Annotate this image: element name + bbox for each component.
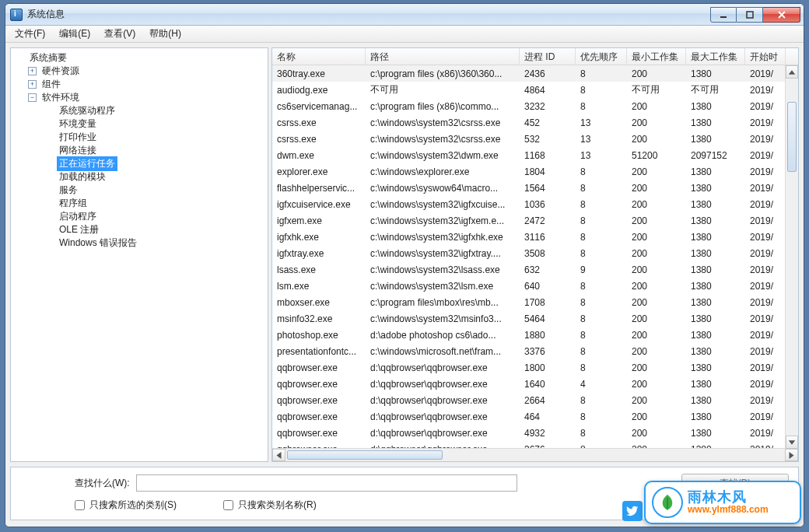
- tree-netconn[interactable]: 网络连接: [11, 144, 268, 157]
- tree-printjobs[interactable]: 打印作业: [11, 131, 268, 144]
- table-row[interactable]: audiodg.exe不可用48648不可用不可用2019/: [272, 82, 798, 98]
- table-cell: 8: [576, 362, 627, 373]
- client-area: 系统摘要 +硬件资源 +组件 −软件环境 系统驱动程序 环境变量 打印作业 网络…: [5, 43, 804, 527]
- tree-loaded-modules[interactable]: 加载的模块: [11, 170, 268, 184]
- table-cell: qqbrowser.exe: [272, 379, 366, 390]
- table-cell: 1380: [686, 264, 745, 275]
- horizontal-scrollbar[interactable]: [272, 448, 798, 461]
- collapse-icon[interactable]: −: [28, 93, 37, 102]
- table-cell: 2097152: [686, 150, 745, 161]
- table-row[interactable]: lsass.exec:\windows\system32\lsass.exe63…: [272, 261, 798, 278]
- tree-drivers[interactable]: 系统驱动程序: [11, 104, 268, 117]
- scroll-left-icon[interactable]: [272, 449, 285, 461]
- table-cell: 1380: [686, 248, 745, 259]
- table-cell: qqbrowser.exe: [272, 444, 366, 449]
- table-cell: 2019/: [745, 281, 786, 292]
- table-cell: 632: [520, 264, 576, 275]
- table-row[interactable]: igfxem.exec:\windows\system32\igfxem.e..…: [272, 212, 798, 229]
- table-cell: 2019/: [745, 199, 786, 210]
- table-row[interactable]: qqbrowser.exed:\qqbrowser\qqbrowser.exe3…: [272, 441, 798, 448]
- table-row[interactable]: photoshop.exed:\adobe photoshop cs6\ado.…: [272, 327, 798, 343]
- tree-software[interactable]: −软件环境: [11, 91, 268, 104]
- scroll-up-icon[interactable]: [786, 65, 798, 79]
- maximize-button[interactable]: [737, 7, 763, 23]
- table-row[interactable]: cs6servicemanag...c:\program files (x86)…: [272, 98, 798, 114]
- table-cell: 1380: [686, 281, 745, 292]
- table-row[interactable]: msinfo32.exec:\windows\system32\msinfo3.…: [272, 310, 798, 327]
- table-row[interactable]: dwm.exec:\windows\system32\dwm.exe116813…: [272, 147, 798, 163]
- search-input[interactable]: [136, 474, 517, 492]
- table-row[interactable]: flashhelperservic...c:\windows\syswow64\…: [272, 180, 798, 196]
- search-category-names-checkbox[interactable]: 只搜索类别名称(R): [223, 499, 317, 512]
- tree-envvars[interactable]: 环境变量: [11, 117, 268, 131]
- table-row[interactable]: igfxhk.exec:\windows\system32\igfxhk.exe…: [272, 229, 798, 245]
- tree-services[interactable]: 服务: [11, 184, 268, 197]
- col-maxws[interactable]: 最大工作集: [686, 48, 745, 65]
- table-row[interactable]: qqbrowser.exed:\qqbrowser\qqbrowser.exe1…: [272, 376, 798, 392]
- table-row[interactable]: csrss.exec:\windows\system32\csrss.exe53…: [272, 131, 798, 147]
- table-row[interactable]: mboxser.exec:\program files\mbox\res\mb.…: [272, 294, 798, 310]
- table-cell: 51200: [627, 150, 686, 161]
- expand-icon[interactable]: +: [28, 67, 37, 75]
- table-cell: c:\windows\system32\igfxtray....: [366, 248, 520, 259]
- tree-startup[interactable]: 启动程序: [11, 210, 268, 223]
- table-cell: qqbrowser.exe: [272, 411, 366, 422]
- col-path[interactable]: 路径: [366, 48, 520, 65]
- table-row[interactable]: explorer.exec:\windows\explorer.exe18048…: [272, 163, 798, 180]
- col-pid[interactable]: 进程 ID: [520, 48, 576, 65]
- table-row[interactable]: igfxcuiservice.exec:\windows\system32\ig…: [272, 196, 798, 212]
- col-priority[interactable]: 优先顺序: [576, 48, 627, 65]
- tree-ole[interactable]: OLE 注册: [11, 223, 268, 236]
- menu-edit[interactable]: 编辑(E): [53, 26, 96, 42]
- app-window: 系统信息 文件(F) 编辑(E) 查看(V) 帮助(H) 系统摘要 +硬件资源 …: [5, 3, 804, 527]
- tree-werr[interactable]: Windows 错误报告: [11, 236, 268, 250]
- search-only-selected-checkbox[interactable]: 只搜索所选的类别(S): [75, 499, 177, 512]
- list-body[interactable]: 360tray.exec:\program files (x86)\360\36…: [272, 65, 798, 448]
- table-cell: d:\qqbrowser\qqbrowser.exe: [366, 411, 520, 422]
- app-icon: [10, 9, 23, 21]
- table-cell: qqbrowser.exe: [272, 362, 366, 373]
- table-cell: c:\windows\system32\lsm.exe: [366, 281, 520, 292]
- tree-running-tasks[interactable]: 正在运行任务: [11, 157, 268, 170]
- expand-icon[interactable]: +: [28, 80, 37, 89]
- menu-view[interactable]: 查看(V): [98, 26, 142, 42]
- table-cell: 2436: [520, 68, 576, 79]
- table-row[interactable]: qqbrowser.exed:\qqbrowser\qqbrowser.exe4…: [272, 408, 798, 425]
- table-cell: 3116: [520, 232, 576, 243]
- minimize-button[interactable]: [710, 7, 737, 23]
- tree-pane[interactable]: 系统摘要 +硬件资源 +组件 −软件环境 系统驱动程序 环境变量 打印作业 网络…: [10, 47, 268, 462]
- table-row[interactable]: presentationfontc...c:\windows\microsoft…: [272, 343, 798, 359]
- close-button[interactable]: [763, 7, 800, 23]
- tree-root[interactable]: 系统摘要: [11, 51, 268, 65]
- table-cell: 13: [576, 117, 627, 128]
- scroll-thumb[interactable]: [787, 102, 797, 172]
- table-cell: 2019/: [745, 134, 786, 145]
- table-row[interactable]: csrss.exec:\windows\system32\csrss.exe45…: [272, 114, 798, 131]
- table-row[interactable]: qqbrowser.exed:\qqbrowser\qqbrowser.exe4…: [272, 425, 798, 441]
- table-row[interactable]: qqbrowser.exed:\qqbrowser\qqbrowser.exe1…: [272, 359, 798, 376]
- scroll-thumb-h[interactable]: [287, 450, 443, 460]
- table-cell: 2019/: [745, 68, 786, 79]
- scroll-right-icon[interactable]: [785, 449, 798, 461]
- vertical-scrollbar[interactable]: [785, 65, 798, 449]
- table-row[interactable]: lsm.exec:\windows\system32\lsm.exe640820…: [272, 278, 798, 294]
- menu-help[interactable]: 帮助(H): [143, 26, 187, 42]
- table-cell: 13: [576, 150, 627, 161]
- table-row[interactable]: qqbrowser.exed:\qqbrowser\qqbrowser.exe2…: [272, 392, 798, 408]
- table-cell: 200: [627, 297, 686, 308]
- table-cell: 1380: [686, 134, 745, 145]
- table-cell: 200: [627, 232, 686, 243]
- menu-file[interactable]: 文件(F): [9, 26, 51, 42]
- col-minws[interactable]: 最小工作集: [627, 48, 686, 65]
- scroll-down-icon[interactable]: [786, 436, 798, 449]
- list-pane: 名称 路径 进程 ID 优先顺序 最小工作集 最大工作集 开始时 360tray…: [271, 47, 799, 462]
- list-header[interactable]: 名称 路径 进程 ID 优先顺序 最小工作集 最大工作集 开始时: [272, 48, 798, 65]
- titlebar[interactable]: 系统信息: [5, 4, 804, 26]
- table-row[interactable]: 360tray.exec:\program files (x86)\360\36…: [272, 65, 798, 82]
- col-start[interactable]: 开始时: [745, 48, 786, 65]
- tree-groups[interactable]: 程序组: [11, 197, 268, 210]
- tree-components[interactable]: +组件: [11, 78, 268, 91]
- tree-hardware[interactable]: +硬件资源: [11, 65, 268, 78]
- col-name[interactable]: 名称: [272, 48, 366, 65]
- table-row[interactable]: igfxtray.exec:\windows\system32\igfxtray…: [272, 245, 798, 261]
